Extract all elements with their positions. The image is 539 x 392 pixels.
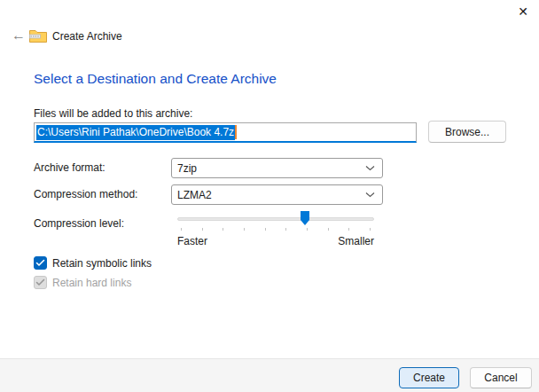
window-title: Create Archive xyxy=(52,30,122,43)
archive-format-value: 7zip xyxy=(177,162,197,175)
archive-format-label: Archive format: xyxy=(34,161,105,174)
compression-method-value: LZMA2 xyxy=(177,189,212,201)
archive-path-input[interactable]: C:\Users\Rini Pathak\OneDrive\Book 4.7z xyxy=(34,122,417,143)
slider-max-label: Smaller xyxy=(338,235,374,247)
create-button[interactable]: Create xyxy=(399,367,459,388)
close-icon[interactable]: ✕ xyxy=(511,0,535,23)
slider-track[interactable] xyxy=(177,217,374,221)
compression-method-label: Compression method: xyxy=(34,188,137,200)
archive-format-select[interactable]: 7zip xyxy=(171,158,383,178)
checkbox-checked-disabled-icon xyxy=(34,276,47,289)
page-title: Select a Destination and Create Archive xyxy=(34,71,277,87)
back-icon[interactable]: ← xyxy=(7,25,30,46)
selected-path-text: C:\Users\Rini Pathak\OneDrive\Book 4.7z xyxy=(36,125,235,140)
retain-symbolic-links-checkbox[interactable]: Retain symbolic links xyxy=(34,256,152,270)
slider-ticks xyxy=(181,228,371,231)
compression-level-label: Compression level: xyxy=(34,217,124,230)
destination-label: Files will be added to this archive: xyxy=(34,107,192,120)
checkbox-checked-icon[interactable] xyxy=(34,256,47,270)
chevron-down-icon xyxy=(365,165,375,171)
checkbox-label: Retain hard links xyxy=(52,277,131,289)
slider-thumb[interactable] xyxy=(301,211,309,225)
text-caret xyxy=(235,125,237,139)
browse-button[interactable]: Browse... xyxy=(428,121,506,143)
zip-folder-icon xyxy=(29,28,47,43)
retain-hard-links-checkbox: Retain hard links xyxy=(34,276,131,289)
checkbox-label: Retain symbolic links xyxy=(52,257,152,270)
compression-level-slider[interactable] xyxy=(177,211,374,232)
slider-min-label: Faster xyxy=(177,235,207,247)
compression-method-select[interactable]: LZMA2 xyxy=(171,184,383,205)
chevron-down-icon xyxy=(365,192,375,198)
cancel-button[interactable]: Cancel xyxy=(470,367,532,388)
slider-endpoint-labels: Faster Smaller xyxy=(177,235,374,247)
